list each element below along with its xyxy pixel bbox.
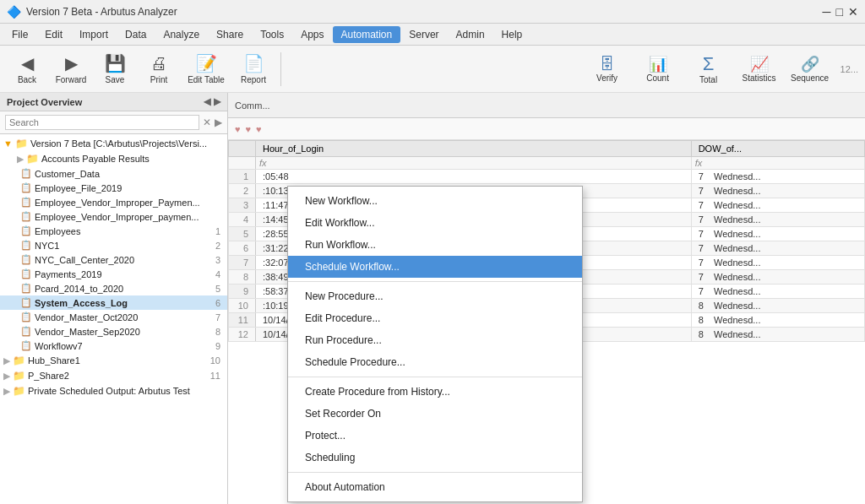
forward-label: Forward — [56, 75, 87, 84]
menu-import[interactable]: Import — [71, 26, 117, 43]
row-num: 2 — [229, 184, 256, 198]
menu-tools[interactable]: Tools — [252, 26, 292, 43]
menu-share[interactable]: Share — [208, 26, 252, 43]
tree-node-hub-share[interactable]: ▶ 📁 Hub_Share1 10 — [0, 353, 227, 368]
maximize-btn[interactable]: □ — [836, 5, 843, 19]
tree-node-workflow[interactable]: 📋 Workflowv7 9 — [0, 339, 227, 353]
count-button[interactable]: 📊 Count — [636, 49, 680, 89]
row-count-1: 1 — [215, 226, 220, 236]
dropdown-separator-1 — [288, 281, 582, 282]
tree-node-customer-data[interactable]: 📋 Customer_Data — [0, 166, 227, 181]
menu-schedule-procedure[interactable]: Schedule Procedure... — [288, 351, 582, 373]
row-num: 8 — [229, 270, 256, 285]
row-num: 3 — [229, 198, 256, 213]
menu-analyze[interactable]: Analyze — [155, 26, 208, 43]
search-input[interactable] — [5, 115, 199, 130]
tree-node-system-access[interactable]: 📋 System_Access_Log 6 — [0, 295, 227, 310]
close-btn[interactable]: ✕ — [848, 5, 858, 19]
tree-node-nyc1[interactable]: 📋 NYC1 2 — [0, 238, 227, 252]
folder-img: 📁 — [15, 138, 28, 149]
row-count-4: 4 — [215, 269, 220, 279]
menu-server[interactable]: Server — [400, 26, 447, 43]
menu-help[interactable]: Help — [493, 26, 531, 43]
menu-about-automation[interactable]: About Automation — [288, 476, 582, 498]
col-dow[interactable]: DOW_of... — [691, 141, 864, 157]
menu-run-workflow[interactable]: Run Workflow... — [288, 234, 582, 256]
menu-scheduling[interactable]: Scheduling — [288, 447, 582, 469]
sequence-button[interactable]: 🔗 Sequence — [788, 49, 832, 89]
tree-node-payments[interactable]: 📋 Payments_2019 4 — [0, 267, 227, 281]
tree-node-emp-vendor-1[interactable]: 📋 Employee_Vendor_Improper_Paymen... — [0, 195, 227, 209]
minimize-btn[interactable]: ─ — [823, 5, 831, 19]
cell-hour: :05:48 — [256, 170, 692, 184]
menu-run-procedure[interactable]: Run Procedure... — [288, 329, 582, 351]
report-button[interactable]: 📄 Report — [233, 49, 274, 89]
menu-new-procedure[interactable]: New Procedure... — [288, 285, 582, 307]
cell-dow: 7 Wednesd... — [691, 241, 864, 256]
save-button[interactable]: 💾 Save — [95, 49, 135, 89]
menu-admin[interactable]: Admin — [448, 26, 493, 43]
table-icon: 📋 — [20, 225, 32, 236]
filter-dow[interactable]: fx — [691, 157, 864, 170]
menu-set-recorder-on[interactable]: Set Recorder On — [288, 403, 582, 425]
table-icon: 📋 — [20, 283, 32, 294]
forward-button[interactable]: ▶ Forward — [51, 49, 91, 89]
save-icon: 💾 — [105, 53, 126, 73]
tree-node-label: Employee_Vendor_Improper_Paymen... — [35, 198, 200, 208]
tree-node-p-share[interactable]: ▶ 📁 P_Share2 11 — [0, 368, 227, 383]
row-num: 4 — [229, 213, 256, 227]
table-row: 1 :05:48 7 Wednesd... — [229, 170, 865, 184]
command-bar: Comm... — [228, 93, 865, 118]
forward-icon: ▶ — [65, 53, 78, 73]
tree-node-vendor-sep[interactable]: 📋 Vendor_Master_Sep2020 8 — [0, 324, 227, 339]
print-button[interactable]: 🖨 Print — [139, 49, 179, 89]
tree-node-employees[interactable]: 📋 Employees 1 — [0, 224, 227, 238]
clear-search-icon[interactable]: ✕ — [203, 117, 211, 128]
row-count-2: 2 — [215, 241, 220, 251]
more-indicator: 12... — [841, 64, 858, 74]
menu-data[interactable]: Data — [117, 26, 155, 43]
menu-protect[interactable]: Protect... — [288, 425, 582, 447]
row-count-5: 5 — [215, 284, 220, 294]
nav-back-icon[interactable]: ◀ — [204, 96, 210, 107]
folder-img: 📁 — [13, 355, 25, 366]
window-title: Version 7 Beta - Arbutus Analyzer — [26, 6, 177, 18]
project-overview-label: Project Overview — [7, 97, 82, 107]
tree-node-accounts-payable[interactable]: ▶ 📁 Accounts Payable Results — [0, 151, 227, 166]
folder-expand-icon: ▶ — [17, 154, 24, 165]
nav-forward-icon[interactable]: ▶ — [214, 96, 220, 107]
cell-dow: 8 Wednesd... — [691, 299, 864, 313]
edit-table-button[interactable]: 📝 Edit Table — [182, 49, 230, 89]
total-button[interactable]: Σ Total — [687, 49, 731, 89]
col-num — [229, 141, 256, 157]
menu-new-workflow[interactable]: New Workflow... — [288, 190, 582, 212]
statistics-icon: 📈 — [750, 55, 769, 73]
verify-button[interactable]: 🗄 Verify — [585, 49, 629, 89]
tree-node-vendor-oct[interactable]: 📋 Vendor_Master_Oct2020 7 — [0, 310, 227, 324]
save-label: Save — [106, 75, 125, 84]
tree-node-pcard[interactable]: 📋 Pcard_2014_to_2020 5 — [0, 281, 227, 295]
menu-edit-workflow[interactable]: Edit Workflow... — [288, 212, 582, 234]
menu-apps[interactable]: Apps — [292, 26, 332, 43]
menu-edit-procedure[interactable]: Edit Procedure... — [288, 307, 582, 329]
menu-schedule-workflow[interactable]: Schedule Workflow... — [288, 256, 582, 278]
table-icon: 📋 — [20, 168, 32, 179]
tree-node-employee-file[interactable]: 📋 Employee_File_2019 — [0, 181, 227, 195]
menu-create-procedure-history[interactable]: Create Procedure from History... — [288, 381, 582, 403]
tree-node-nyc-call-center[interactable]: 📋 NYC_Call_Center_2020 3 — [0, 252, 227, 267]
tree-node-root[interactable]: ▼ 📁 Version 7 Beta [C:\Arbutus\Projects\… — [0, 136, 227, 151]
tree-node-private-scheduled[interactable]: ▶ 📁 Private Scheduled Output: Arbutus Te… — [0, 383, 227, 398]
search-expand-icon[interactable]: ▶ — [215, 117, 222, 128]
back-button[interactable]: ◀ Back — [7, 49, 47, 89]
filter-hour[interactable]: fx — [256, 157, 692, 170]
tree-node-emp-vendor-2[interactable]: 📋 Employee_Vendor_Improper_paymen... — [0, 209, 227, 224]
menu-file[interactable]: File — [3, 26, 36, 43]
statistics-button[interactable]: 📈 Statistics — [737, 49, 781, 89]
col-hour-of-login[interactable]: Hour_of_Login — [256, 141, 692, 157]
tree-node-label: Version 7 Beta [C:\Arbutus\Projects\Vers… — [30, 138, 207, 149]
tree-node-label: Customer_Data — [35, 169, 100, 179]
menu-edit[interactable]: Edit — [36, 26, 71, 43]
folder-expand-icon: ▶ — [3, 371, 10, 382]
menu-automation[interactable]: Automation — [333, 26, 401, 43]
folder-expand-icon: ▶ — [3, 355, 10, 366]
